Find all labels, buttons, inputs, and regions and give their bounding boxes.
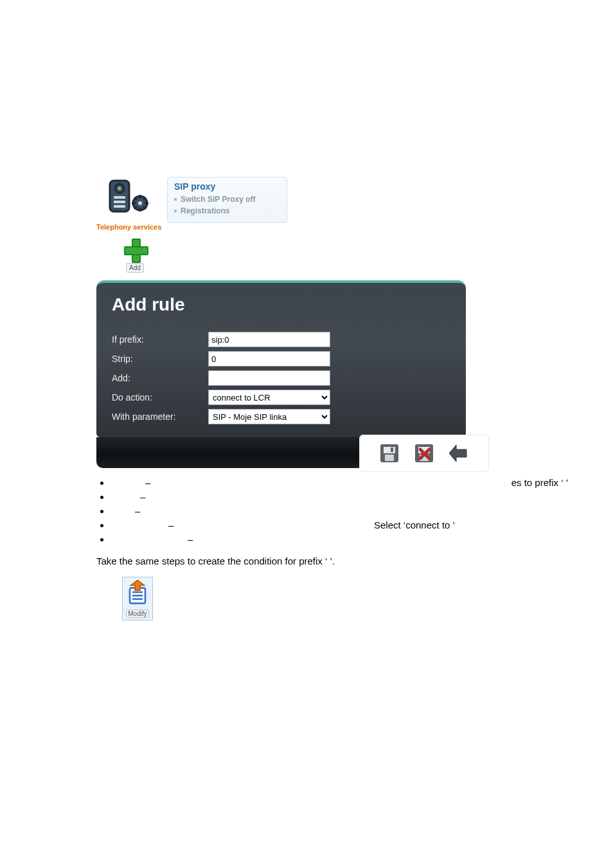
svg-point-2 <box>118 187 121 190</box>
do-action-select[interactable]: connect to LCR <box>208 390 330 405</box>
action-hover-box <box>359 435 489 472</box>
bullet-item: – <box>111 534 517 547</box>
bullet-text: es to prefix ‘ ’ <box>511 477 568 488</box>
do-action-label: Do action: <box>112 392 208 402</box>
bullet-dash: – <box>188 534 193 545</box>
svg-point-7 <box>138 201 142 205</box>
bullet-text: Select ‘connect to ’ <box>374 520 455 530</box>
modify-icon <box>125 596 150 607</box>
rule-panel-footer <box>96 437 466 468</box>
sip-proxy-section: Telephony services SIP proxy Switch SIP … <box>96 177 517 231</box>
bullet-item: – es to prefix ‘ ’ <box>111 477 517 490</box>
if-prefix-input[interactable] <box>208 332 330 347</box>
with-parameter-label: With parameter: <box>112 411 208 422</box>
bullet-item: – <box>111 505 517 518</box>
instruction-paragraph: Take the same steps to create the condit… <box>96 556 517 566</box>
svg-rect-17 <box>384 447 395 453</box>
telephony-services-label: Telephony services <box>96 223 161 231</box>
back-arrow-icon[interactable] <box>447 442 470 465</box>
if-prefix-label: If prefix: <box>112 334 208 345</box>
cancel-action-icon[interactable] <box>413 442 436 465</box>
add-input[interactable] <box>208 370 330 386</box>
save-action-icon[interactable] <box>378 442 401 465</box>
bullet-dash: – <box>140 491 145 502</box>
add-rule-panel: Add rule If prefix: Strip: Add: Do actio… <box>96 280 466 437</box>
add-button[interactable]: Add <box>122 239 148 273</box>
svg-rect-18 <box>385 455 394 461</box>
strip-input[interactable] <box>208 351 330 366</box>
svg-rect-3 <box>114 196 125 199</box>
plus-icon <box>124 239 146 260</box>
with-parameter-select[interactable]: SIP - Moje SIP linka <box>208 409 330 424</box>
telephony-services-nav[interactable]: Telephony services <box>96 177 161 231</box>
sip-proxy-item-switch-off[interactable]: Switch SIP Proxy off <box>174 194 280 204</box>
strip-label: Strip: <box>112 354 208 364</box>
telephony-services-icon <box>106 177 151 221</box>
sip-proxy-panel: SIP proxy Switch SIP Proxy off Registrat… <box>167 177 287 223</box>
sip-proxy-title: SIP proxy <box>174 181 280 192</box>
bullet-item: – <box>111 491 517 504</box>
svg-rect-4 <box>114 201 125 203</box>
modify-button[interactable]: Modify <box>122 577 153 620</box>
bullet-dash: – <box>135 505 140 516</box>
svg-rect-19 <box>391 448 393 452</box>
add-label: Add: <box>112 373 208 383</box>
modify-button-label: Modify <box>126 610 148 618</box>
add-rule-title: Add rule <box>112 294 450 315</box>
instruction-bullets: – es to prefix ‘ ’ – – – Select ‘connect… <box>96 477 517 547</box>
add-button-label: Add <box>126 263 144 273</box>
bullet-dash: – <box>145 477 150 488</box>
svg-rect-5 <box>114 205 125 208</box>
bullet-item: – Select ‘connect to ’ <box>111 520 517 532</box>
sip-proxy-item-registrations[interactable]: Registrations <box>174 206 280 216</box>
bullet-dash: – <box>168 520 173 530</box>
